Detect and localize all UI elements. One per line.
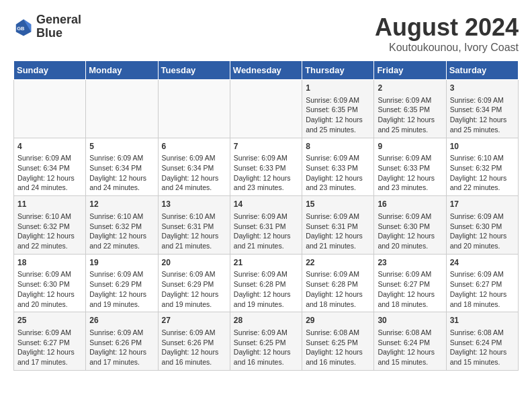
cell-text: Sunrise: 6:09 AM: [234, 269, 298, 279]
cell-text: Sunset: 6:26 PM: [89, 338, 154, 348]
cell-text: Sunrise: 6:09 AM: [378, 212, 442, 222]
cell-text: and 16 minutes.: [162, 357, 226, 367]
cell-text: and 18 minutes.: [450, 300, 515, 310]
cell-text: Daylight: 12 hours: [162, 231, 226, 241]
cell-text: and 25 minutes.: [450, 125, 515, 135]
cell-text: and 23 minutes.: [378, 183, 442, 193]
calendar-cell: 28Sunrise: 6:09 AMSunset: 6:25 PMDayligh…: [230, 312, 302, 371]
cell-text: Sunrise: 6:10 AM: [17, 212, 82, 222]
cell-text: Sunrise: 6:09 AM: [89, 328, 154, 338]
calendar-cell: 19Sunrise: 6:09 AMSunset: 6:29 PMDayligh…: [86, 254, 158, 312]
cell-text: Daylight: 12 hours: [162, 347, 226, 357]
calendar-cell: 10Sunrise: 6:10 AMSunset: 6:32 PMDayligh…: [446, 138, 518, 196]
day-number: 9: [378, 141, 442, 152]
sub-title: Koutoukounou, Ivory Coast: [375, 42, 519, 54]
weekday-header-monday: Monday: [86, 61, 158, 80]
cell-text: Sunrise: 6:09 AM: [378, 153, 442, 163]
calendar-cell: 1Sunrise: 6:09 AMSunset: 6:35 PMDaylight…: [302, 80, 374, 138]
cell-text: Daylight: 12 hours: [306, 173, 370, 183]
calendar-table: SundayMondayTuesdayWednesdayThursdayFrid…: [13, 60, 519, 371]
cell-text: Sunrise: 6:09 AM: [17, 269, 82, 279]
day-number: 3: [450, 83, 515, 94]
day-number: 30: [378, 315, 442, 326]
cell-text: Daylight: 12 hours: [306, 231, 370, 241]
day-number: 16: [378, 199, 442, 210]
cell-text: Sunset: 6:35 PM: [306, 105, 370, 115]
cell-text: Sunset: 6:28 PM: [306, 279, 370, 289]
day-number: 29: [306, 315, 370, 326]
cell-text: and 21 minutes.: [234, 241, 298, 251]
cell-text: Sunrise: 6:08 AM: [306, 328, 370, 338]
calendar-cell: 27Sunrise: 6:09 AMSunset: 6:26 PMDayligh…: [158, 312, 230, 371]
cell-text: Sunset: 6:31 PM: [234, 222, 298, 232]
cell-text: Sunrise: 6:09 AM: [17, 153, 82, 163]
calendar-cell: 23Sunrise: 6:09 AMSunset: 6:27 PMDayligh…: [374, 254, 446, 312]
cell-text: Sunset: 6:34 PM: [89, 163, 154, 173]
cell-text: and 23 minutes.: [306, 183, 370, 193]
weekday-header-row: SundayMondayTuesdayWednesdayThursdayFrid…: [14, 61, 519, 80]
logo-line1: General: [36, 13, 81, 27]
cell-text: Sunset: 6:29 PM: [162, 279, 226, 289]
calendar-cell: 13Sunrise: 6:10 AMSunset: 6:31 PMDayligh…: [158, 196, 230, 255]
cell-text: and 20 minutes.: [378, 241, 442, 251]
cell-text: Sunrise: 6:09 AM: [306, 212, 370, 222]
cell-text: and 16 minutes.: [234, 357, 298, 367]
weekday-header-wednesday: Wednesday: [230, 61, 302, 80]
cell-text: Sunrise: 6:09 AM: [234, 212, 298, 222]
calendar-cell: 16Sunrise: 6:09 AMSunset: 6:30 PMDayligh…: [374, 196, 446, 255]
cell-text: and 16 minutes.: [306, 357, 370, 367]
calendar-cell: 11Sunrise: 6:10 AMSunset: 6:32 PMDayligh…: [14, 196, 86, 255]
week-row-1: 1Sunrise: 6:09 AMSunset: 6:35 PMDaylight…: [14, 80, 519, 138]
cell-text: and 15 minutes.: [378, 357, 442, 367]
cell-text: Sunrise: 6:09 AM: [306, 153, 370, 163]
cell-text: and 25 minutes.: [378, 125, 442, 135]
cell-text: and 19 minutes.: [162, 300, 226, 310]
cell-text: Sunrise: 6:09 AM: [89, 153, 154, 163]
logo: GB General Blue: [13, 13, 81, 40]
cell-text: Daylight: 12 hours: [378, 115, 442, 125]
day-number: 2: [378, 83, 442, 94]
calendar-cell: 29Sunrise: 6:08 AMSunset: 6:25 PMDayligh…: [302, 312, 374, 371]
calendar-cell: [158, 80, 230, 138]
week-row-3: 11Sunrise: 6:10 AMSunset: 6:32 PMDayligh…: [14, 196, 519, 255]
calendar-cell: 2Sunrise: 6:09 AMSunset: 6:35 PMDaylight…: [374, 80, 446, 138]
day-number: 21: [234, 257, 298, 269]
cell-text: and 17 minutes.: [89, 357, 154, 367]
day-number: 23: [378, 257, 442, 269]
cell-text: Daylight: 12 hours: [17, 347, 82, 357]
calendar-cell: [14, 80, 86, 138]
calendar-cell: 21Sunrise: 6:09 AMSunset: 6:28 PMDayligh…: [230, 254, 302, 312]
calendar-cell: 15Sunrise: 6:09 AMSunset: 6:31 PMDayligh…: [302, 196, 374, 255]
cell-text: Daylight: 12 hours: [378, 289, 442, 300]
day-number: 19: [89, 257, 154, 269]
calendar-cell: 5Sunrise: 6:09 AMSunset: 6:34 PMDaylight…: [86, 138, 158, 196]
cell-text: Daylight: 12 hours: [162, 289, 226, 300]
day-number: 26: [89, 315, 154, 326]
cell-text: Daylight: 12 hours: [89, 173, 154, 183]
cell-text: and 17 minutes.: [17, 357, 82, 367]
cell-text: and 19 minutes.: [89, 300, 154, 310]
calendar-cell: 18Sunrise: 6:09 AMSunset: 6:30 PMDayligh…: [14, 254, 86, 312]
cell-text: Sunrise: 6:09 AM: [378, 95, 442, 105]
day-number: 15: [306, 199, 370, 210]
cell-text: and 24 minutes.: [17, 183, 82, 193]
day-number: 11: [17, 199, 82, 210]
cell-text: Daylight: 12 hours: [234, 289, 298, 300]
logo-icon: GB: [13, 17, 34, 37]
cell-text: Sunset: 6:33 PM: [234, 163, 298, 173]
cell-text: and 19 minutes.: [234, 300, 298, 310]
cell-text: Sunrise: 6:09 AM: [162, 328, 226, 338]
cell-text: Sunrise: 6:09 AM: [450, 212, 515, 222]
calendar-cell: 26Sunrise: 6:09 AMSunset: 6:26 PMDayligh…: [86, 312, 158, 371]
day-number: 27: [162, 315, 226, 326]
day-number: 25: [17, 315, 82, 326]
cell-text: Sunset: 6:32 PM: [17, 222, 82, 232]
cell-text: Daylight: 12 hours: [17, 231, 82, 241]
cell-text: Daylight: 12 hours: [450, 289, 515, 300]
cell-text: Sunset: 6:29 PM: [89, 279, 154, 289]
cell-text: Sunset: 6:34 PM: [450, 105, 515, 115]
svg-text:GB: GB: [17, 25, 25, 31]
day-number: 7: [234, 141, 298, 152]
cell-text: and 24 minutes.: [89, 183, 154, 193]
cell-text: Sunrise: 6:09 AM: [234, 328, 298, 338]
